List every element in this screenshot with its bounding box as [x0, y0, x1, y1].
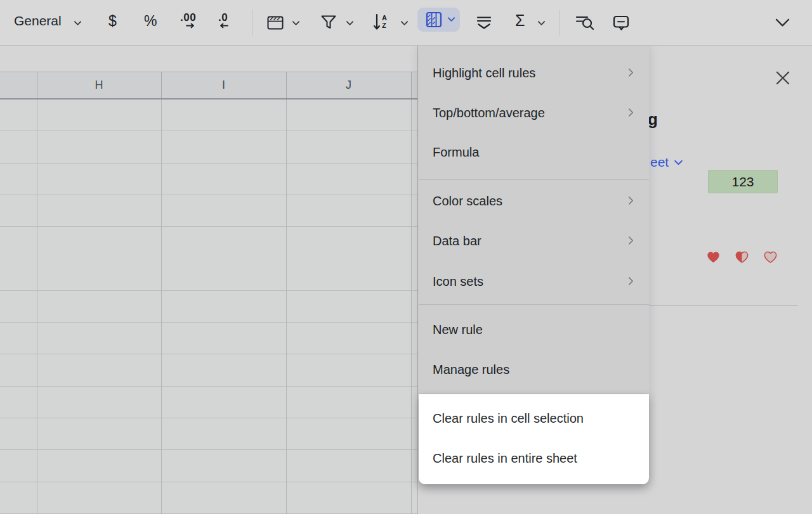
menu-item-color-scales[interactable]: Color scales — [419, 187, 649, 215]
sum-button[interactable]: Σ — [515, 11, 525, 30]
menu-item-highlight-cell-rules[interactable]: Highlight cell rules — [419, 59, 649, 87]
close-icon[interactable] — [775, 70, 791, 86]
menu-item-clear-rules-cell-selection[interactable]: Clear rules in cell selection — [419, 404, 649, 432]
arrow-left-icon — [218, 23, 230, 29]
chevron-right-icon — [625, 107, 636, 118]
heart-outline-icon — [763, 249, 778, 265]
borders-icon[interactable] — [266, 14, 284, 32]
chevron-right-icon — [625, 67, 636, 78]
apply-link-fragment: eet — [650, 155, 669, 170]
number-format-label: General — [14, 13, 62, 28]
menu-spotlight-section: Clear rules in cell selection Clear rule… — [419, 394, 649, 484]
menu-item-icon-sets[interactable]: Icon sets — [419, 267, 649, 295]
chevron-down-icon[interactable] — [537, 18, 546, 28]
chevron-down-icon[interactable] — [73, 18, 82, 28]
panel-title-fragment: g — [648, 110, 658, 129]
increase-decimal-button[interactable]: .00 — [180, 12, 196, 29]
heart-half-icon — [734, 249, 750, 265]
format-preview-cell: 123 — [708, 170, 778, 193]
grid-vline — [161, 100, 162, 514]
conditional-format-menu: Highlight cell rules Top/bottom/average … — [419, 41, 649, 484]
menu-divider — [419, 179, 649, 180]
decrease-decimal-button[interactable]: .0 — [218, 12, 230, 29]
grid-vline — [286, 100, 287, 514]
conditional-format-button[interactable] — [417, 8, 460, 32]
menu-item-new-rule[interactable]: New rule — [419, 316, 649, 344]
conditional-format-icon — [426, 11, 442, 28]
header-divider — [411, 72, 412, 98]
chevron-right-icon — [625, 235, 636, 246]
menu-item-formula[interactable]: Formula — [419, 138, 649, 166]
heart-full-icon — [705, 249, 721, 265]
number-format-dropdown[interactable]: General — [14, 13, 62, 29]
filter-icon[interactable] — [320, 13, 337, 31]
percent-button[interactable]: % — [144, 13, 157, 30]
lines-chevron-icon[interactable] — [476, 15, 492, 31]
chevron-down-icon — [673, 157, 684, 168]
chevron-down-icon[interactable] — [400, 18, 409, 28]
column-header-row: H I J — [0, 72, 417, 100]
chevron-down-icon[interactable] — [345, 18, 355, 28]
find-icon[interactable] — [575, 15, 595, 32]
column-header-h[interactable]: H — [37, 72, 161, 98]
spreadsheet-app: General $ % .00 .0 AZ — [0, 0, 812, 514]
chevron-down-icon — [447, 15, 456, 24]
sort-az-icon[interactable]: AZ — [372, 13, 387, 32]
menu-item-top-bottom-average[interactable]: Top/bottom/average — [419, 99, 649, 127]
sheet-grid[interactable] — [0, 100, 417, 514]
toolbar: General $ % .00 .0 AZ — [0, 0, 812, 46]
menu-item-clear-rules-entire-sheet[interactable]: Clear rules in entire sheet — [419, 444, 649, 472]
menu-item-data-bar[interactable]: Data bar — [419, 227, 649, 255]
icon-set-preview — [705, 249, 778, 265]
menu-divider — [419, 304, 649, 305]
toolbar-divider — [252, 10, 252, 36]
currency-button[interactable]: $ — [108, 13, 117, 30]
toolbar-divider — [560, 10, 560, 35]
formula-strip — [0, 46, 417, 72]
chevron-right-icon — [625, 276, 636, 286]
grid-vline — [411, 100, 412, 514]
grid-vline — [37, 100, 37, 514]
column-header-i[interactable]: I — [161, 72, 286, 98]
column-header-j[interactable]: J — [286, 72, 411, 98]
menu-item-manage-rules[interactable]: Manage rules — [419, 356, 649, 383]
chevron-right-icon — [625, 195, 636, 206]
chevron-down-icon[interactable] — [291, 18, 301, 28]
collapse-toolbar-icon[interactable] — [775, 18, 790, 28]
comment-icon[interactable] — [612, 14, 630, 32]
apply-to-sheet-link[interactable]: eet — [650, 155, 684, 170]
arrow-right-icon — [185, 23, 196, 29]
